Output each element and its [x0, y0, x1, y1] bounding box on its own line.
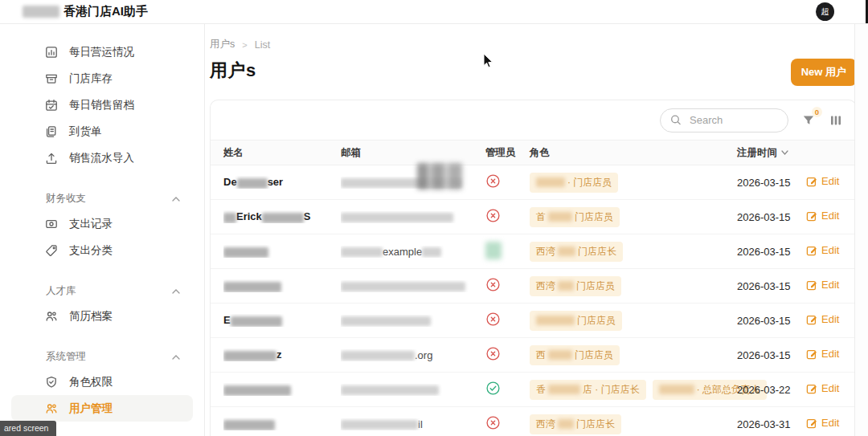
sidebar-item-daily-operations[interactable]: 每日营运情况	[11, 39, 193, 65]
redacted-name	[223, 420, 275, 430]
column-header-admin: 管理员	[485, 146, 530, 160]
redacted-name	[223, 351, 276, 361]
role-badge: · 门店店员	[530, 173, 618, 193]
user-avatar[interactable]: 超	[816, 2, 834, 21]
role-badge: 西湾门店店长	[530, 242, 623, 262]
columns-icon[interactable]	[829, 113, 843, 128]
registered-date: 2026-03-15	[737, 280, 791, 292]
filter-count-badge: 0	[812, 107, 822, 117]
sidebar-item-label: 支出记录	[69, 217, 113, 231]
expense-record-icon	[44, 217, 59, 231]
search-icon	[670, 114, 682, 126]
breadcrumb-root[interactable]: 用户s	[210, 38, 235, 51]
redacted-store-name	[548, 212, 572, 222]
edit-pencil-icon	[806, 245, 817, 256]
sidebar-section-talent[interactable]: 人才库	[11, 284, 193, 298]
main-content: 用户s > List 用户s New 用户 0	[205, 24, 868, 436]
sidebar-item-expense-categories[interactable]: 支出分类	[11, 237, 193, 263]
registered-date: 2026-03-15	[737, 177, 791, 189]
new-user-button[interactable]: New 用户	[791, 59, 857, 86]
sidebar-section-system[interactable]: 系统管理	[11, 350, 193, 364]
mouse-cursor	[483, 53, 494, 72]
edit-button[interactable]: Edit	[806, 313, 839, 325]
scrollbar-gutter[interactable]	[854, 24, 868, 436]
redacted-name	[237, 178, 268, 189]
table-row: Deser · 门店店员 2026-03-15 Edit	[211, 165, 856, 200]
role-badge: 西门店店员	[530, 345, 620, 365]
edit-pencil-icon	[806, 383, 817, 394]
sort-chevron-down-icon	[781, 150, 788, 155]
registered-date: 2026-03-15	[737, 211, 791, 223]
table-row: 香店 · 门店店长 · 总部总负责人 2026-03-22 Edit	[211, 373, 856, 407]
redacted-email	[341, 351, 415, 361]
upload-icon	[44, 151, 59, 165]
admin-cross-icon	[485, 346, 501, 361]
redacted-store-name	[558, 247, 575, 256]
sidebar-item-label: 门店库存	[69, 71, 113, 86]
sidebar-item-label: 到货单	[69, 124, 102, 139]
table-row: 西湾门店店员 2026-03-15 Edit	[211, 269, 856, 304]
sidebar-item-arrival-notes[interactable]: 到货单	[11, 118, 193, 145]
admin-cross-icon	[485, 312, 501, 327]
sidebar-item-user-management[interactable]: 用户管理	[11, 395, 193, 422]
redacted-overlay	[417, 163, 462, 189]
edit-button[interactable]: Edit	[806, 279, 839, 291]
filter-button[interactable]: 0	[801, 113, 816, 128]
users-table-card: 0 姓名 邮箱 管理员 角色 注册时间 Deser	[210, 100, 857, 436]
app-title: 香港门店AI助手	[63, 4, 148, 19]
chevron-up-icon	[172, 197, 180, 202]
edit-pencil-icon	[806, 348, 817, 360]
sidebar-item-label: 每日销售留档	[69, 98, 134, 112]
redacted-store-name	[558, 419, 574, 429]
redacted-store-name	[548, 385, 580, 394]
registered-date: 2026-03-15	[737, 349, 791, 361]
table-header-row: 姓名 邮箱 管理员 角色 注册时间	[211, 140, 856, 165]
redacted-store-name	[558, 281, 574, 291]
search-box[interactable]	[660, 108, 788, 132]
redacted-name	[223, 247, 268, 258]
edit-button[interactable]: Edit	[806, 417, 839, 429]
sidebar-item-daily-sales-archive[interactable]: 每日销售留档	[11, 92, 193, 118]
edit-button[interactable]: Edit	[806, 244, 839, 256]
admin-cross-icon	[485, 208, 501, 223]
sidebar-section-title: 人才库	[46, 284, 76, 298]
registered-date: 2026-03-31	[737, 418, 791, 430]
edit-button[interactable]: Edit	[806, 382, 839, 394]
table-row: example 西湾门店店长 2026-03-15 Edit	[211, 234, 856, 269]
sidebar-item-label: 每日营运情况	[69, 45, 134, 59]
edit-button[interactable]: Edit	[806, 175, 839, 187]
edit-pencil-icon	[806, 210, 817, 222]
search-input[interactable]	[688, 113, 778, 127]
column-header-registered[interactable]: 注册时间	[737, 146, 806, 160]
sidebar-section-finance[interactable]: 财务收支	[11, 192, 193, 206]
sidebar-item-store-inventory[interactable]: 门店库存	[11, 65, 193, 92]
edit-button[interactable]: Edit	[806, 348, 839, 360]
redacted-email	[341, 420, 418, 430]
redacted-name	[223, 385, 291, 396]
table-row: E 门店店员 2026-03-15 Edit	[211, 304, 856, 338]
table-toolbar: 0	[211, 100, 856, 140]
admin-cross-icon	[485, 277, 501, 292]
admin-cross-icon	[485, 173, 501, 189]
users-icon	[44, 401, 59, 416]
sidebar: 每日营运情况 门店库存 每日销售留档 到货单 销售流水导入 财务收支 支出记录	[0, 24, 205, 436]
sidebar-item-label: 销售流水导入	[69, 151, 134, 165]
page-title: 用户s	[210, 59, 256, 83]
shield-icon	[44, 375, 59, 389]
redacted-name	[262, 213, 304, 223]
table-row: ErickS 首门店店员 2026-03-15 Edit	[211, 200, 856, 234]
redacted-store-name	[659, 385, 694, 394]
sidebar-item-expense-records[interactable]: 支出记录	[11, 210, 193, 237]
redacted-name	[223, 213, 236, 223]
redacted-email	[341, 316, 431, 326]
top-bar: 香港门店AI助手 超	[0, 0, 868, 24]
sidebar-item-role-permissions[interactable]: 角色权限	[11, 369, 193, 395]
sidebar-section-title: 系统管理	[46, 350, 86, 364]
redacted-store-name	[536, 177, 565, 187]
sidebar-item-label: 简历档案	[69, 309, 113, 324]
redacted-store-name	[548, 350, 572, 360]
sidebar-item-resume-archive[interactable]: 简历档案	[11, 303, 193, 329]
edit-button[interactable]: Edit	[806, 210, 839, 222]
sidebar-item-sales-import[interactable]: 销售流水导入	[11, 145, 193, 171]
redacted-name	[231, 316, 282, 327]
